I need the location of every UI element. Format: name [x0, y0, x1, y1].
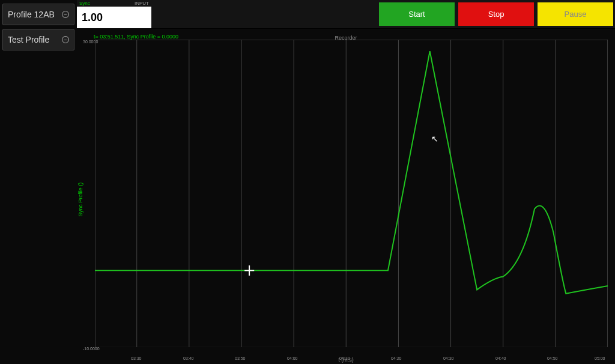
x-tick: 04:20	[391, 356, 402, 360]
input-label-row: Sync INPUT	[77, 0, 151, 7]
y-axis-caption: Sync Profile ()	[77, 183, 83, 217]
numeric-input-group: Sync INPUT	[77, 0, 151, 28]
app-root: Profile 12AB – Test Profile – Sync INPUT…	[0, 0, 615, 364]
sync-value-input[interactable]	[77, 7, 151, 28]
x-tick: 05:00	[595, 356, 605, 360]
series-sync-profile	[95, 51, 608, 294]
x-tick: 04:00	[287, 356, 298, 360]
chart-svg	[95, 40, 608, 347]
x-tick: 03:30	[131, 356, 142, 360]
stop-button[interactable]: Stop	[458, 2, 534, 26]
x-tick: 04:30	[443, 356, 454, 360]
x-tick: 04:50	[547, 356, 558, 360]
main-panel: Sync INPUT Start Stop Pause t= 03:51.511…	[77, 0, 615, 364]
topbar: Sync INPUT Start Stop Pause	[77, 0, 615, 29]
profile-label: Profile 12AB	[8, 10, 55, 19]
input-left-label: Sync	[79, 1, 90, 6]
dropdown-icon: –	[62, 36, 69, 43]
chart-area[interactable]: t= 03:51.511, Sync Profile = 0.0000 Reco…	[77, 29, 615, 364]
x-tick: 03:40	[183, 356, 194, 360]
profile-label: Test Profile	[8, 35, 49, 44]
plot-border	[95, 40, 608, 347]
dropdown-icon: –	[62, 11, 69, 18]
pause-button[interactable]: Pause	[538, 2, 613, 26]
topbar-spacer	[151, 0, 377, 28]
grid	[137, 40, 556, 347]
chart-overlay-label: t= 03:51.511, Sync Profile = 0.0000	[94, 34, 178, 40]
chart-title: Recorder	[335, 35, 357, 41]
sidebar: Profile 12AB – Test Profile –	[0, 0, 77, 364]
x-tick: 03:50	[235, 356, 246, 360]
profile-select-2[interactable]: Test Profile –	[2, 29, 74, 50]
start-button[interactable]: Start	[379, 2, 455, 26]
profile-select-1[interactable]: Profile 12AB –	[2, 4, 74, 25]
time-cursor	[244, 265, 254, 276]
x-tick: 04:40	[495, 356, 506, 360]
x-tick: 04:10	[339, 356, 350, 360]
input-right-label: INPUT	[135, 1, 149, 6]
